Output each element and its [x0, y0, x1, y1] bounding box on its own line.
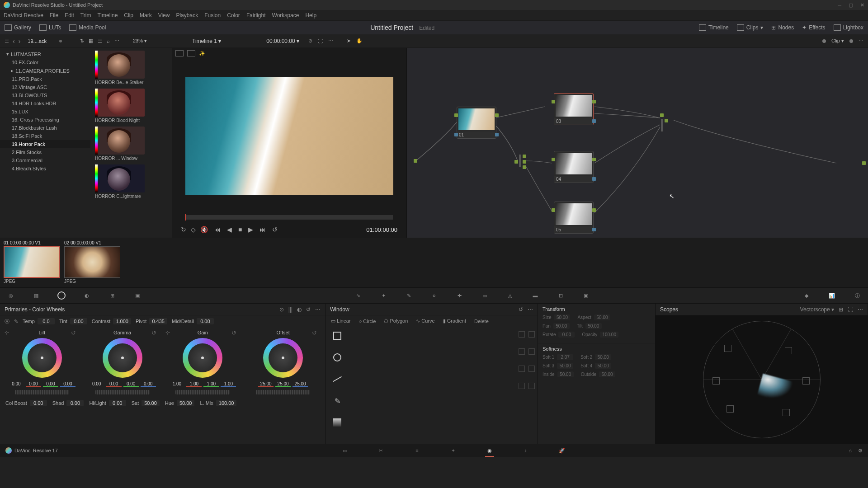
more-icon[interactable]: ⋯: [528, 306, 533, 313]
menu-clip[interactable]: Clip: [124, 12, 133, 19]
lut-folder-item[interactable]: ▸ 11.CAMERA.PROFILES: [0, 66, 90, 75]
pan-value[interactable]: 50.00: [553, 323, 570, 329]
magic-mask-icon[interactable]: ▭: [480, 291, 489, 300]
lift-g[interactable]: 0.00: [43, 381, 58, 387]
warper-icon[interactable]: ✦: [379, 291, 388, 300]
info-icon[interactable]: ⓘ: [853, 291, 862, 300]
menu-edit[interactable]: Edit: [65, 12, 74, 19]
tilt-value[interactable]: 50.00: [585, 323, 602, 329]
menu-color[interactable]: Color: [227, 12, 240, 19]
effects-button[interactable]: ✦Effects: [802, 24, 825, 31]
viewer-timecode[interactable]: 00:00:00:00 ▾: [266, 38, 299, 44]
clip-selector[interactable]: Clip ▾: [831, 38, 844, 44]
clip-thumbnail[interactable]: 02 00:00:00:00 V1 JPEG: [64, 240, 120, 285]
window-curve-slot[interactable]: ✎: [332, 395, 343, 406]
menu-trim[interactable]: Trim: [80, 12, 91, 19]
keyframe-icon[interactable]: ◆: [802, 291, 811, 300]
gain-master[interactable]: [175, 390, 230, 394]
blur-icon[interactable]: ◬: [505, 291, 514, 300]
node-input-port[interactable]: [552, 100, 555, 103]
lut-folder-item[interactable]: 12.Vintage.ASC: [0, 83, 90, 91]
offset-g[interactable]: 25.00: [275, 381, 291, 387]
reset-icon[interactable]: ↺: [71, 329, 76, 336]
size-value[interactable]: 50.00: [554, 314, 570, 320]
offset-wheel[interactable]: [263, 338, 303, 378]
window-canvas[interactable]: [362, 327, 516, 432]
gain-y[interactable]: 1.00: [169, 381, 184, 387]
page-color[interactable]: ◉: [485, 447, 494, 454]
mute-icon[interactable]: 🔇: [200, 226, 208, 233]
menu-fairlight[interactable]: Fairlight: [246, 12, 266, 19]
mask-toggle[interactable]: [519, 383, 525, 389]
node-graph[interactable]: 01 03 04: [407, 48, 868, 238]
motion-effects-icon[interactable]: ▣: [133, 291, 142, 300]
hdr-wheels-icon[interactable]: ◐: [82, 291, 91, 300]
lut-folder-item-selected[interactable]: 19.Horror Pack: [0, 140, 90, 148]
soft4-value[interactable]: 50.00: [595, 363, 611, 369]
node-01[interactable]: 01: [457, 107, 496, 139]
3d-icon[interactable]: ▣: [581, 291, 590, 300]
stop-button[interactable]: ■: [238, 226, 242, 233]
white-picker-icon[interactable]: ⊹: [165, 329, 170, 336]
lut-folder-item[interactable]: 13.BLOWOUTS: [0, 91, 90, 99]
mask-toggle[interactable]: [519, 331, 525, 338]
color-match-icon[interactable]: ▦: [32, 291, 41, 300]
viewer-mode-icon[interactable]: [175, 50, 184, 56]
node-key-input-port[interactable]: [454, 133, 458, 136]
middetail-value[interactable]: 0.00: [197, 318, 214, 324]
scope-settings-icon[interactable]: ⊞: [839, 306, 843, 313]
mask-toggle[interactable]: [519, 348, 525, 355]
scopes-icon[interactable]: 📊: [827, 291, 836, 300]
menu-help[interactable]: Help: [305, 12, 316, 19]
shape-polygon[interactable]: ⬠ Polygon: [384, 318, 408, 324]
more-viewer-icon[interactable]: ⋯: [328, 38, 333, 44]
shape-circle[interactable]: ○ Circle: [359, 319, 376, 324]
lut-folder-item[interactable]: 3.Commercial: [0, 156, 90, 164]
node-03[interactable]: 03: [554, 93, 594, 125]
menu-view[interactable]: View: [158, 12, 170, 19]
gamma-g[interactable]: 0.00: [123, 381, 139, 387]
shape-linear[interactable]: ▭ Linear: [331, 318, 351, 324]
shape-delete[interactable]: Delete: [474, 319, 489, 324]
node-key-output-port[interactable]: [495, 133, 499, 136]
page-fusion[interactable]: ✦: [449, 447, 458, 454]
hand-tool[interactable]: ✋: [356, 38, 363, 44]
rotate-value[interactable]: 0.00: [558, 332, 575, 338]
tracker-icon[interactable]: ✚: [455, 291, 464, 300]
sort-icon[interactable]: ⇅: [80, 38, 84, 44]
aspect-value[interactable]: 50.00: [594, 314, 610, 320]
pointer-tool[interactable]: ➤: [347, 38, 351, 44]
match-frame-icon[interactable]: ◇: [191, 226, 196, 233]
nav-forward-button[interactable]: ›: [19, 38, 21, 45]
reset-icon[interactable]: ↺: [231, 329, 236, 336]
parallel-mixer[interactable]: [660, 113, 664, 131]
gamma-wheel[interactable]: [103, 338, 142, 378]
maximize-button[interactable]: ▢: [849, 2, 853, 8]
offset-master[interactable]: [256, 390, 310, 394]
timeline-button[interactable]: Timeline: [699, 24, 729, 31]
lut-folder-item[interactable]: 11.PRO.Pack: [0, 75, 90, 83]
invert-toggle[interactable]: [528, 366, 535, 372]
lut-folder-item[interactable]: 2.Film.Stocks: [0, 148, 90, 156]
go-end-button[interactable]: ⏭: [259, 226, 266, 233]
lift-r[interactable]: 0.00: [26, 381, 41, 387]
lut-folder-root[interactable]: ▾ LUTMASTER: [0, 50, 90, 58]
wand-icon[interactable]: ✨: [199, 51, 205, 56]
page-deliver[interactable]: 🚀: [557, 447, 566, 454]
black-picker-icon[interactable]: ⊹: [5, 329, 9, 336]
more-icon[interactable]: ⋯: [858, 306, 863, 313]
more-icon[interactable]: ⋯: [114, 38, 119, 44]
soft1-value[interactable]: 2.07: [557, 354, 573, 360]
page-fairlight[interactable]: ♪: [521, 447, 530, 454]
timeline-selector[interactable]: Timeline 1 ▾: [192, 38, 221, 44]
more-nodes-icon[interactable]: ⋯: [859, 38, 863, 44]
node-04[interactable]: 04: [554, 151, 594, 183]
menu-workspace[interactable]: Workspace: [272, 12, 299, 19]
bars-mode-icon[interactable]: |||: [288, 306, 292, 313]
lift-y[interactable]: 0.00: [9, 381, 24, 387]
opacity-value[interactable]: 100.00: [600, 332, 618, 338]
menu-timeline[interactable]: Timeline: [97, 12, 118, 19]
parallel-splitter[interactable]: [518, 155, 523, 168]
lut-thumbnail[interactable]: HORROR C...ightmare: [95, 164, 167, 199]
shape-gradient[interactable]: ▮ Gradient: [443, 318, 466, 324]
